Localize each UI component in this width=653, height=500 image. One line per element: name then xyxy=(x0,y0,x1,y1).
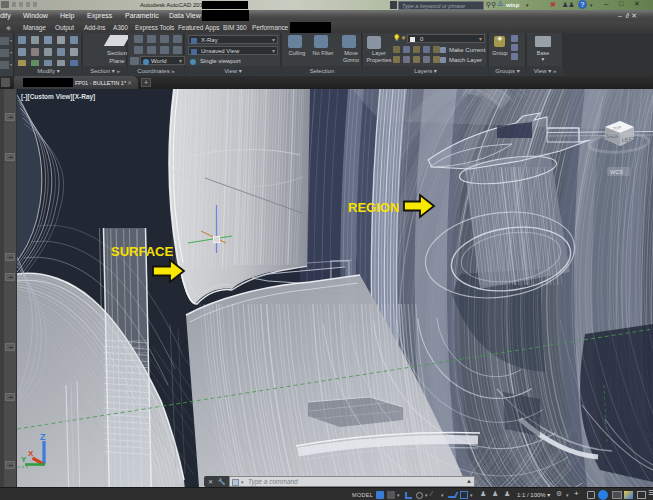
svg-text:X: X xyxy=(28,449,34,458)
svg-text:LEFT: LEFT xyxy=(622,136,636,143)
svg-text:REGION: REGION xyxy=(348,200,399,215)
svg-text:Z: Z xyxy=(40,432,46,442)
svg-text:TOP: TOP xyxy=(613,125,622,131)
svg-text:[-][Custom View][X-Ray]: [-][Custom View][X-Ray] xyxy=(21,93,95,101)
svg-text:WCS: WCS xyxy=(610,169,623,175)
svg-text:Y: Y xyxy=(21,455,27,464)
svg-text:SURFACE: SURFACE xyxy=(111,244,173,259)
